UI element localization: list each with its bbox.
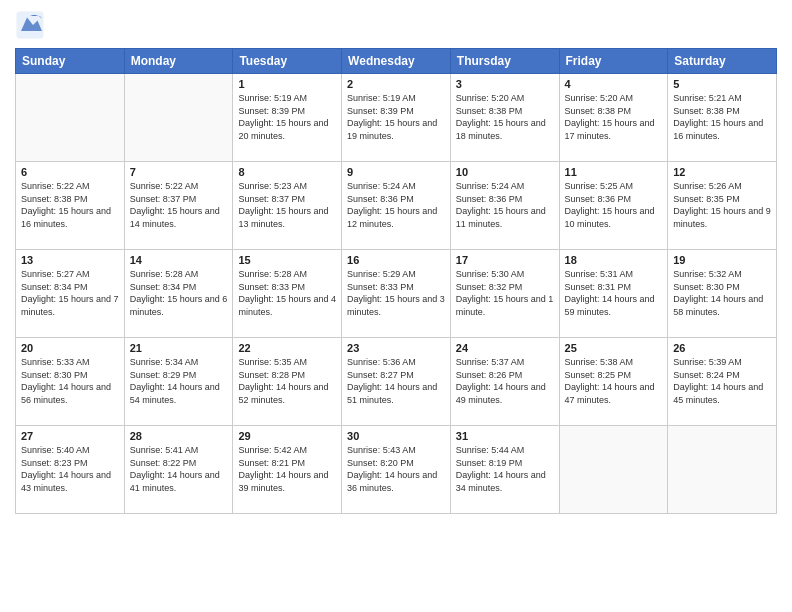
day-number: 10	[456, 166, 554, 178]
day-info: Sunrise: 5:20 AMSunset: 8:38 PMDaylight:…	[456, 92, 554, 142]
calendar-day-cell: 17Sunrise: 5:30 AMSunset: 8:32 PMDayligh…	[450, 250, 559, 338]
calendar-day-cell: 30Sunrise: 5:43 AMSunset: 8:20 PMDayligh…	[342, 426, 451, 514]
calendar-day-cell: 2Sunrise: 5:19 AMSunset: 8:39 PMDaylight…	[342, 74, 451, 162]
day-info: Sunrise: 5:39 AMSunset: 8:24 PMDaylight:…	[673, 356, 771, 406]
day-info: Sunrise: 5:41 AMSunset: 8:22 PMDaylight:…	[130, 444, 228, 494]
day-info: Sunrise: 5:25 AMSunset: 8:36 PMDaylight:…	[565, 180, 663, 230]
day-number: 4	[565, 78, 663, 90]
calendar-day-cell: 4Sunrise: 5:20 AMSunset: 8:38 PMDaylight…	[559, 74, 668, 162]
calendar-week-row: 13Sunrise: 5:27 AMSunset: 8:34 PMDayligh…	[16, 250, 777, 338]
day-number: 9	[347, 166, 445, 178]
calendar-day-cell: 7Sunrise: 5:22 AMSunset: 8:37 PMDaylight…	[124, 162, 233, 250]
day-info: Sunrise: 5:44 AMSunset: 8:19 PMDaylight:…	[456, 444, 554, 494]
day-info: Sunrise: 5:22 AMSunset: 8:38 PMDaylight:…	[21, 180, 119, 230]
day-number: 26	[673, 342, 771, 354]
weekday-header: Sunday	[16, 49, 125, 74]
day-info: Sunrise: 5:29 AMSunset: 8:33 PMDaylight:…	[347, 268, 445, 318]
day-info: Sunrise: 5:19 AMSunset: 8:39 PMDaylight:…	[238, 92, 336, 142]
day-info: Sunrise: 5:30 AMSunset: 8:32 PMDaylight:…	[456, 268, 554, 318]
day-info: Sunrise: 5:28 AMSunset: 8:33 PMDaylight:…	[238, 268, 336, 318]
calendar-week-row: 27Sunrise: 5:40 AMSunset: 8:23 PMDayligh…	[16, 426, 777, 514]
day-number: 20	[21, 342, 119, 354]
calendar-day-cell: 23Sunrise: 5:36 AMSunset: 8:27 PMDayligh…	[342, 338, 451, 426]
weekday-header: Wednesday	[342, 49, 451, 74]
logo-icon	[15, 10, 45, 40]
calendar-day-cell: 22Sunrise: 5:35 AMSunset: 8:28 PMDayligh…	[233, 338, 342, 426]
day-number: 12	[673, 166, 771, 178]
calendar-day-cell: 3Sunrise: 5:20 AMSunset: 8:38 PMDaylight…	[450, 74, 559, 162]
day-info: Sunrise: 5:22 AMSunset: 8:37 PMDaylight:…	[130, 180, 228, 230]
calendar-day-cell: 5Sunrise: 5:21 AMSunset: 8:38 PMDaylight…	[668, 74, 777, 162]
calendar-day-cell: 25Sunrise: 5:38 AMSunset: 8:25 PMDayligh…	[559, 338, 668, 426]
day-info: Sunrise: 5:31 AMSunset: 8:31 PMDaylight:…	[565, 268, 663, 318]
day-number: 29	[238, 430, 336, 442]
logo	[15, 10, 47, 40]
day-info: Sunrise: 5:33 AMSunset: 8:30 PMDaylight:…	[21, 356, 119, 406]
calendar-day-cell: 14Sunrise: 5:28 AMSunset: 8:34 PMDayligh…	[124, 250, 233, 338]
day-info: Sunrise: 5:32 AMSunset: 8:30 PMDaylight:…	[673, 268, 771, 318]
calendar-day-cell: 10Sunrise: 5:24 AMSunset: 8:36 PMDayligh…	[450, 162, 559, 250]
calendar-day-cell: 11Sunrise: 5:25 AMSunset: 8:36 PMDayligh…	[559, 162, 668, 250]
calendar-day-cell	[16, 74, 125, 162]
day-info: Sunrise: 5:19 AMSunset: 8:39 PMDaylight:…	[347, 92, 445, 142]
day-info: Sunrise: 5:38 AMSunset: 8:25 PMDaylight:…	[565, 356, 663, 406]
day-info: Sunrise: 5:36 AMSunset: 8:27 PMDaylight:…	[347, 356, 445, 406]
day-number: 11	[565, 166, 663, 178]
day-info: Sunrise: 5:40 AMSunset: 8:23 PMDaylight:…	[21, 444, 119, 494]
day-info: Sunrise: 5:23 AMSunset: 8:37 PMDaylight:…	[238, 180, 336, 230]
day-number: 31	[456, 430, 554, 442]
header	[15, 10, 777, 40]
day-number: 21	[130, 342, 228, 354]
calendar-day-cell: 15Sunrise: 5:28 AMSunset: 8:33 PMDayligh…	[233, 250, 342, 338]
calendar-day-cell	[559, 426, 668, 514]
calendar-day-cell: 26Sunrise: 5:39 AMSunset: 8:24 PMDayligh…	[668, 338, 777, 426]
day-info: Sunrise: 5:37 AMSunset: 8:26 PMDaylight:…	[456, 356, 554, 406]
day-number: 5	[673, 78, 771, 90]
day-number: 22	[238, 342, 336, 354]
calendar-day-cell: 6Sunrise: 5:22 AMSunset: 8:38 PMDaylight…	[16, 162, 125, 250]
weekday-header: Friday	[559, 49, 668, 74]
calendar-day-cell: 24Sunrise: 5:37 AMSunset: 8:26 PMDayligh…	[450, 338, 559, 426]
weekday-header: Saturday	[668, 49, 777, 74]
day-number: 16	[347, 254, 445, 266]
calendar-week-row: 6Sunrise: 5:22 AMSunset: 8:38 PMDaylight…	[16, 162, 777, 250]
day-info: Sunrise: 5:21 AMSunset: 8:38 PMDaylight:…	[673, 92, 771, 142]
day-number: 8	[238, 166, 336, 178]
day-info: Sunrise: 5:42 AMSunset: 8:21 PMDaylight:…	[238, 444, 336, 494]
calendar-day-cell: 27Sunrise: 5:40 AMSunset: 8:23 PMDayligh…	[16, 426, 125, 514]
day-info: Sunrise: 5:27 AMSunset: 8:34 PMDaylight:…	[21, 268, 119, 318]
calendar-day-cell: 29Sunrise: 5:42 AMSunset: 8:21 PMDayligh…	[233, 426, 342, 514]
day-number: 7	[130, 166, 228, 178]
day-info: Sunrise: 5:43 AMSunset: 8:20 PMDaylight:…	[347, 444, 445, 494]
calendar-day-cell	[668, 426, 777, 514]
day-number: 13	[21, 254, 119, 266]
day-number: 17	[456, 254, 554, 266]
day-info: Sunrise: 5:24 AMSunset: 8:36 PMDaylight:…	[347, 180, 445, 230]
day-info: Sunrise: 5:20 AMSunset: 8:38 PMDaylight:…	[565, 92, 663, 142]
day-number: 14	[130, 254, 228, 266]
day-number: 1	[238, 78, 336, 90]
calendar-day-cell: 28Sunrise: 5:41 AMSunset: 8:22 PMDayligh…	[124, 426, 233, 514]
calendar-day-cell: 16Sunrise: 5:29 AMSunset: 8:33 PMDayligh…	[342, 250, 451, 338]
day-info: Sunrise: 5:34 AMSunset: 8:29 PMDaylight:…	[130, 356, 228, 406]
day-number: 3	[456, 78, 554, 90]
calendar-day-cell: 9Sunrise: 5:24 AMSunset: 8:36 PMDaylight…	[342, 162, 451, 250]
weekday-header: Tuesday	[233, 49, 342, 74]
day-number: 18	[565, 254, 663, 266]
calendar-day-cell: 19Sunrise: 5:32 AMSunset: 8:30 PMDayligh…	[668, 250, 777, 338]
day-info: Sunrise: 5:28 AMSunset: 8:34 PMDaylight:…	[130, 268, 228, 318]
day-number: 27	[21, 430, 119, 442]
day-info: Sunrise: 5:26 AMSunset: 8:35 PMDaylight:…	[673, 180, 771, 230]
day-number: 2	[347, 78, 445, 90]
calendar-day-cell: 21Sunrise: 5:34 AMSunset: 8:29 PMDayligh…	[124, 338, 233, 426]
page: SundayMondayTuesdayWednesdayThursdayFrid…	[0, 0, 792, 612]
weekday-header: Monday	[124, 49, 233, 74]
calendar-header-row: SundayMondayTuesdayWednesdayThursdayFrid…	[16, 49, 777, 74]
day-number: 23	[347, 342, 445, 354]
day-number: 19	[673, 254, 771, 266]
calendar-table: SundayMondayTuesdayWednesdayThursdayFrid…	[15, 48, 777, 514]
calendar-day-cell: 12Sunrise: 5:26 AMSunset: 8:35 PMDayligh…	[668, 162, 777, 250]
day-number: 24	[456, 342, 554, 354]
weekday-header: Thursday	[450, 49, 559, 74]
day-number: 6	[21, 166, 119, 178]
